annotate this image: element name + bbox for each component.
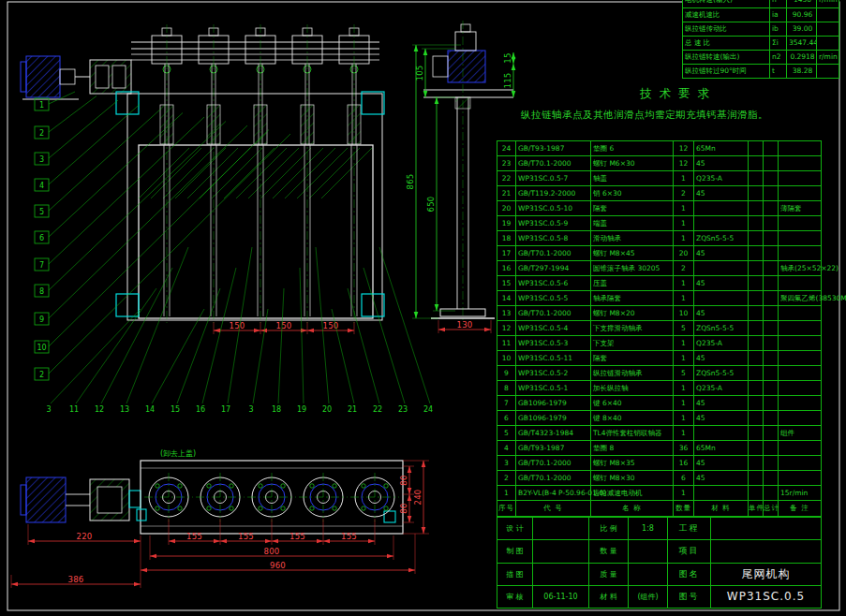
spec-row: 电机转速(输入)n1450r/min [683, 0, 839, 7]
bom-cell: 下支架 [591, 336, 674, 350]
bom-cell: 20 [674, 246, 694, 260]
bom-row: 24GB/T93-1987垫圈 61265Mn [497, 141, 821, 156]
leader-line [49, 130, 269, 347]
bom-cell [779, 216, 821, 230]
bom-row: 7GB1096-1979键 6×40145 [497, 396, 821, 411]
dimension-text: 80 [399, 475, 408, 485]
bom-cell: 1 [497, 486, 516, 500]
bom-cell [764, 336, 779, 350]
dimension-text: 150 [275, 321, 291, 330]
bom-cell: 端盖 [591, 216, 674, 230]
balloon-number: 2 [39, 371, 44, 379]
balloon-number: 2 [39, 129, 44, 138]
bom-cell: 聚四氟乙烯(38530M) [779, 291, 846, 305]
title-block-info-label: 材 料 [589, 586, 629, 608]
bom-row: 20WP31SC.0.5-10隔套1薄隔套 [497, 201, 821, 216]
rect [112, 66, 126, 88]
bom-row: 2GB/T70.1-2000螺钉 M8×30645 [497, 471, 821, 486]
balloon-number: 22 [373, 405, 382, 414]
bom-cell: 5 [497, 426, 516, 440]
title-block-sign-label: 描 图 [497, 564, 533, 585]
circle [384, 484, 388, 488]
title-block-sign-value [533, 540, 589, 562]
circle [281, 506, 285, 510]
bom-cell [749, 351, 764, 365]
dimension-text: 155 [238, 532, 254, 541]
bom-cell: 22 [497, 171, 516, 185]
bom-cell: 12 [497, 321, 516, 335]
spec-cell-name: 纵拉链转速(输出) [683, 51, 769, 64]
title-block-sign-row: 描 图质 量 [497, 564, 667, 586]
motor-endcap [21, 62, 26, 92]
balloon-number: 10 [37, 344, 46, 352]
leader-line [332, 309, 354, 403]
leader-line [51, 309, 141, 403]
bom-cell [694, 486, 749, 500]
bom-cell: 16 [497, 261, 516, 275]
bom-cell: 螺钉 M8×45 [591, 246, 674, 260]
bom-cell [694, 216, 749, 230]
project-label: 工程 [668, 518, 711, 539]
circle [259, 506, 262, 510]
circle [333, 506, 336, 510]
bom-row: 15WP31SC.0.5-6压盖145 [497, 276, 821, 291]
bom-header-cell: 序号 [497, 501, 516, 516]
bom-row: 11WP31SC.0.5-3下支架1Q235-A [497, 336, 821, 351]
bom-cell: GB1096-1979 [516, 411, 591, 425]
bom-cell: 滑动轴承 [591, 231, 674, 245]
bom-cell [779, 336, 821, 350]
bom-cell: ZQSn5-5-5 [694, 231, 749, 245]
bom-row: 4GB/T93-1987垫圈 83665Mn [497, 441, 821, 456]
line [187, 148, 238, 198]
leader-line [101, 268, 172, 403]
bom-cell [749, 306, 764, 320]
bom-cell: WP31SC.0.5-11 [516, 351, 591, 365]
bom-cell: 1 [674, 291, 694, 305]
rect [21, 485, 26, 515]
bom-cell: 1 [674, 336, 694, 350]
bom-cell [764, 291, 779, 305]
bom-cell: 45 [694, 186, 749, 200]
circle [310, 484, 314, 488]
leader-line [379, 247, 430, 403]
title-block-sign-label: 设 计 [497, 518, 533, 539]
bom-cell: 键 6×40 [591, 396, 674, 410]
bom-cell: 下支撑滑动轴承 [591, 321, 674, 335]
line [236, 148, 287, 198]
bom-cell: 11 [497, 336, 516, 350]
bom-cell: 轴承隔套 [591, 291, 674, 305]
bom-row: 22WP31SC.0.5-7轴盖1Q235-A [497, 171, 821, 186]
bom-cell [749, 246, 764, 260]
spec-cell-val: 90.96 [786, 8, 816, 22]
dimension-text: 155 [341, 532, 357, 541]
balloon-number: 11 [69, 405, 79, 414]
bom-cell: 45 [694, 396, 749, 410]
motor-side [448, 51, 485, 82]
circle [333, 484, 336, 488]
bom-cell: B2Y-VL(B-4 P-50.96-01-0) [516, 486, 591, 500]
bom-cell [694, 291, 749, 305]
top-view-note: (卸去上盖) [160, 449, 196, 458]
bom-cell: WP31SC.0.5-8 [516, 231, 591, 245]
bom-cell: GB/T297-1994 [516, 261, 591, 275]
bom-row: 6GB1096-1979键 8×40145 [497, 411, 821, 426]
title-block-info-label: 比 例 [589, 518, 629, 539]
bom-cell: GB/T4323-1984 [516, 426, 591, 440]
bom-cell [764, 441, 779, 455]
bom-cell: 10 [674, 306, 694, 320]
bom-cell: 15 [497, 276, 516, 290]
title-block-signatures: 设 计比 例1:8制 图数 量描 图质 量审 核06-11-10材 料(组件) [497, 518, 668, 608]
bom-cell: 65Mn [694, 441, 749, 455]
bom-cell: WP31SC.0.5-2 [516, 366, 591, 380]
bom-cell: 45 [694, 276, 749, 290]
circle [178, 484, 182, 488]
bom-cell: 16 [674, 456, 694, 470]
dimension-text: 800 [263, 547, 279, 556]
drawing-name-label: 图名 [668, 564, 711, 585]
bom-cell: 垫圈 8 [591, 441, 674, 455]
bom-cell [779, 246, 821, 260]
bom-cell: 2 [674, 261, 694, 275]
balloon-number: 5 [39, 208, 44, 216]
bom-cell [779, 366, 821, 380]
bom-cell: WP31SC.0.5-6 [516, 276, 591, 290]
